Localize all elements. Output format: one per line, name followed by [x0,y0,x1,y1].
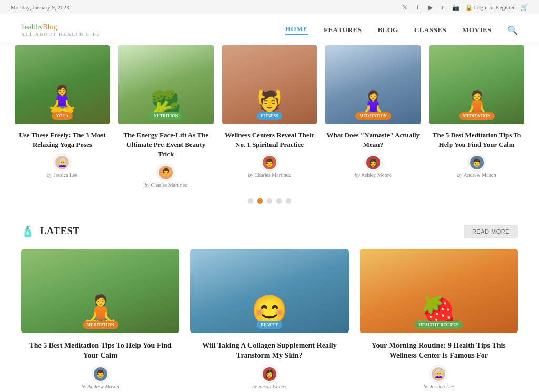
nav-classes[interactable]: CLASSES [414,26,446,34]
author-avatar-1: 👩‍🦳 [54,155,70,170]
article-image-1[interactable]: 🧘‍♀️ YOGA [15,45,110,124]
logo-tagline: ALL ABOUT HEALTH LIFE [21,32,100,37]
carousel-section: 🧘‍♀️ YOGA Use These Freely: The 3 Most R… [0,45,539,204]
latest-badge-3: HEALTHY RECIPES [414,321,463,329]
register-link[interactable]: Register [495,4,515,11]
latest-author-3: 👩‍🦳 by Jessica Lee June 6, 2017 [360,366,518,392]
facebook-icon[interactable]: f [414,3,422,12]
social-icons: 𝕏 f ▶ P 📷 [401,3,460,12]
login-link[interactable]: Login [474,4,487,11]
search-icon[interactable]: 🔍 [507,25,518,35]
article-title-3: Wellness Centers Reveal Their No. 1 Spir… [222,130,317,149]
latest-author-name-3: by Jessica Lee [423,384,454,389]
article-image-2[interactable]: 🥦 NUTRITION [118,45,214,124]
logo-text: healthyBlog [21,23,100,32]
auth-links: 🔒 Login or Register [465,4,515,11]
article-image-3[interactable]: 💆 FITNESS [222,45,317,124]
author-name-5: by Andrew Mason [457,172,496,178]
logo: healthyBlog ALL ABOUT HEALTH LIFE [21,23,100,37]
article-author-2: 👨 by Charles Martinez [118,165,214,188]
article-card-5: 🧘 MEDITATION The 5 Best Meditation Tips … [425,45,528,188]
yoga-badge: YOGA [52,112,73,120]
article-title-5: The 5 Best Meditation Tips To Help You F… [429,130,524,149]
latest-avatar-2: 👩 [262,366,277,382]
bottle-icon: 🧴 [21,225,35,238]
author-name-1: by Jessica Lee [47,172,77,178]
author-avatar-5: 👨 [469,155,485,170]
author-name-4: by Ashley Moore [355,172,391,178]
read-more-button[interactable]: READ MORE [464,225,518,238]
latest-author-2: 👩 by Susan Waters June 7, 2017 [190,366,348,392]
youtube-icon[interactable]: ▶ [426,3,435,12]
articles-grid: 🧘‍♀️ YOGA Use These Freely: The 3 Most R… [0,45,539,188]
author-name-2: by Charles Martinez [145,182,187,188]
nav-features[interactable]: FEATURES [324,26,362,34]
nav-blog[interactable]: BLOG [377,26,398,34]
latest-grid: 🧘 MEDITATION The 5 Best Meditation Tips … [21,249,518,392]
latest-badge-1: MEDITATION [83,321,118,329]
author-avatar-2: 👨 [158,165,174,180]
nutrition-badge: NUTRITION [149,112,182,120]
dot-5[interactable] [286,198,291,204]
latest-card-2: 😊 BEAUTY Will Taking A Collagen Suppleme… [190,249,348,392]
dot-1[interactable] [248,198,253,204]
meditation-badge-1: MEDITATION [355,112,391,120]
nav-home[interactable]: HOME [285,25,308,35]
lock-icon: 🔒 [465,4,473,11]
author-avatar-4: 👩 [365,155,381,170]
main-nav: HOME FEATURES BLOG CLASSES MOVIES 🔍 [285,25,518,35]
latest-image-2[interactable]: 😊 BEAUTY [190,249,348,333]
dot-4[interactable] [276,198,282,204]
or-text: or [489,4,494,11]
latest-image-1[interactable]: 🧘 MEDITATION [21,249,179,333]
article-author-3: 👨 by Charles Martinez [222,155,317,178]
header: healthyBlog ALL ABOUT HEALTH LIFE HOME F… [0,15,539,45]
article-card-1: 🧘‍♀️ YOGA Use These Freely: The 3 Most R… [11,45,114,188]
article-card-3: 💆 FITNESS Wellness Centers Reveal Their … [218,45,322,188]
latest-title-3: Your Morning Routine: 9 Health Tips This… [360,340,518,361]
latest-avatar-3: 👩‍🦳 [431,366,446,382]
instagram-icon[interactable]: 📷 [452,3,460,12]
latest-beauty-image: 😊 [190,249,348,333]
article-image-4[interactable]: 🧘‍♀️ MEDITATION [325,45,421,124]
article-author-1: 👩‍🦳 by Jessica Lee [15,155,110,178]
article-title-4: What Does "Namaste" Actually Mean? [325,130,421,149]
pinterest-icon[interactable]: P [439,3,447,12]
latest-image-3[interactable]: 🍓 HEALTHY RECIPES [360,249,518,333]
section-header: 🧴 LATEST READ MORE [21,225,518,238]
fitness-badge: FITNESS [256,112,282,120]
article-card-4: 🧘‍♀️ MEDITATION What Does "Namaste" Actu… [321,45,425,188]
top-bar-right: 𝕏 f ▶ P 📷 🔒 Login or Register 🛒 [401,3,528,12]
carousel-dots [0,198,539,204]
cart-icon[interactable]: 🛒 [520,3,528,12]
dot-3[interactable] [267,198,272,204]
twitter-icon[interactable]: 𝕏 [401,3,410,12]
section-title: 🧴 LATEST [21,225,80,238]
latest-recipes-image: 🍓 [360,249,518,333]
meditation-badge-2: MEDITATION [459,112,495,120]
article-author-5: 👨 by Andrew Mason [429,155,524,178]
date-label: Monday, January 9, 2023 [11,4,69,11]
dot-2[interactable] [257,198,263,204]
latest-card-1: 🧘 MEDITATION The 5 Best Meditation Tips … [21,249,179,392]
article-title-2: The Energy Face-Lift As The Ultimate Pre… [118,130,214,159]
article-author-4: 👩 by Ashley Moore [325,155,421,178]
latest-author-name-1: by Andrew Mason [82,384,119,389]
latest-title-1: The 5 Best Meditation Tips To Help You F… [21,340,179,361]
latest-author-1: 👨 by Andrew Mason June 8, 2017 [21,366,179,392]
top-bar: Monday, January 9, 2023 𝕏 f ▶ P 📷 🔒 Logi… [0,0,539,15]
logo-healthy: healthy [21,23,43,31]
article-image-5[interactable]: 🧘 MEDITATION [429,45,524,124]
latest-label: LATEST [40,226,80,237]
latest-avatar-1: 👨 [93,366,108,382]
article-title-1: Use These Freely: The 3 Most Relaxing Yo… [15,130,110,149]
latest-med-image: 🧘 [21,249,179,333]
author-avatar-3: 👨 [262,155,277,170]
latest-badge-2: BEAUTY [256,321,282,329]
latest-card-3: 🍓 HEALTHY RECIPES Your Morning Routine: … [360,249,518,392]
logo-blog: Blog [43,23,57,31]
latest-title-2: Will Taking A Collagen Supplement Really… [190,340,348,361]
latest-section: 🧴 LATEST READ MORE 🧘 MEDITATION The 5 Be… [0,219,539,392]
nav-movies[interactable]: MOVIES [462,26,492,34]
latest-author-name-2: by Susan Waters [252,384,287,389]
